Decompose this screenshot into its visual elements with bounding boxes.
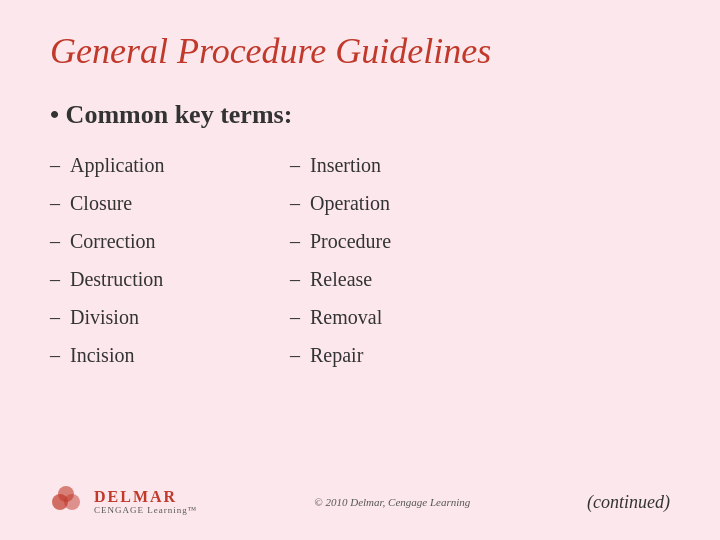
footer: DELMAR CENGAGE Learning™ © 2010 Delmar, …	[50, 474, 670, 520]
left-column: –Application–Closure–Correction–Destruct…	[50, 150, 250, 474]
dash: –	[290, 150, 300, 180]
list-item-text: Closure	[70, 188, 132, 218]
dash: –	[50, 340, 60, 370]
slide-title: General Procedure Guidelines	[50, 30, 670, 72]
dash: –	[50, 264, 60, 294]
list-item: –Operation	[290, 188, 490, 218]
slide: General Procedure Guidelines • Common ke…	[0, 0, 720, 540]
list-item-text: Correction	[70, 226, 156, 256]
list-item-text: Destruction	[70, 264, 163, 294]
right-column: –Insertion–Operation–Procedure–Release–R…	[290, 150, 490, 474]
content-area: –Application–Closure–Correction–Destruct…	[50, 150, 670, 474]
dash: –	[290, 302, 300, 332]
copyright-text: © 2010 Delmar, Cengage Learning	[314, 496, 470, 508]
dash: –	[50, 302, 60, 332]
list-item: –Destruction	[50, 264, 250, 294]
dash: –	[290, 226, 300, 256]
svg-point-2	[58, 486, 74, 502]
list-item: –Division	[50, 302, 250, 332]
logo-text: DELMAR CENGAGE Learning™	[94, 488, 198, 515]
list-item: –Correction	[50, 226, 250, 256]
dash: –	[50, 188, 60, 218]
dash: –	[290, 264, 300, 294]
logo-area: DELMAR CENGAGE Learning™	[50, 484, 198, 520]
list-item: –Insertion	[290, 150, 490, 180]
logo-cengage-label: CENGAGE Learning™	[94, 506, 198, 516]
dash: –	[290, 340, 300, 370]
list-item: –Closure	[50, 188, 250, 218]
continued-text: (continued)	[587, 492, 670, 513]
list-item: –Procedure	[290, 226, 490, 256]
list-item-text: Repair	[310, 340, 363, 370]
list-item-text: Division	[70, 302, 139, 332]
list-item-text: Release	[310, 264, 372, 294]
dash: –	[50, 150, 60, 180]
list-item: –Application	[50, 150, 250, 180]
list-item: –Repair	[290, 340, 490, 370]
list-item-text: Procedure	[310, 226, 391, 256]
logo-delmar-label: DELMAR	[94, 488, 198, 506]
list-item-text: Incision	[70, 340, 134, 370]
list-item-text: Removal	[310, 302, 382, 332]
delmar-logo-icon	[50, 484, 86, 520]
list-item-text: Application	[70, 150, 164, 180]
list-item-text: Insertion	[310, 150, 381, 180]
dash: –	[50, 226, 60, 256]
slide-subtitle: • Common key terms:	[50, 100, 670, 130]
list-item: –Removal	[290, 302, 490, 332]
list-item: –Incision	[50, 340, 250, 370]
dash: –	[290, 188, 300, 218]
list-item-text: Operation	[310, 188, 390, 218]
list-item: –Release	[290, 264, 490, 294]
